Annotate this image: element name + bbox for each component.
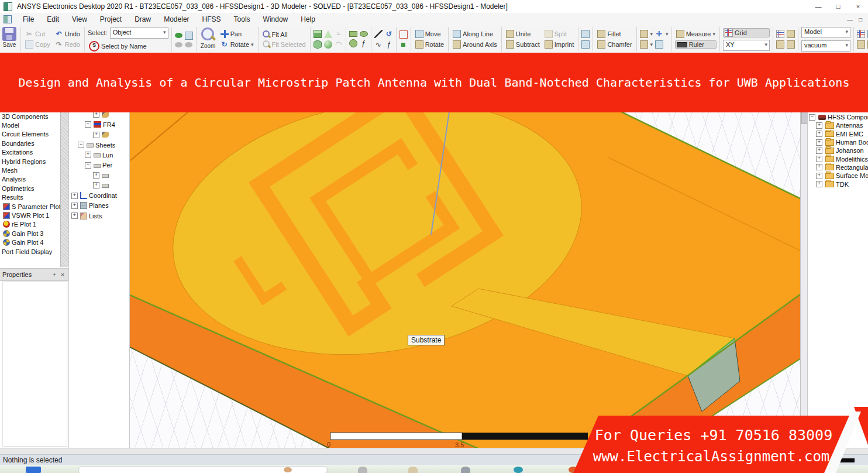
draw-ellipse-icon[interactable] bbox=[360, 31, 368, 37]
model-tree-item[interactable]: − FR4 bbox=[69, 119, 129, 129]
select-by-name-button[interactable]: S Select by Name bbox=[88, 41, 168, 52]
working-cs-icon[interactable] bbox=[787, 30, 795, 38]
expander-icon[interactable]: − bbox=[85, 121, 91, 128]
section-icon[interactable] bbox=[581, 30, 590, 38]
model-tree-item[interactable]: − Per bbox=[69, 160, 129, 170]
model-tree-item[interactable]: + Lists bbox=[69, 211, 129, 221]
project-tree-item[interactable]: Gain Plot 3 bbox=[0, 229, 68, 238]
expander-icon[interactable]: + bbox=[816, 173, 822, 179]
zoom-button[interactable]: Zoom bbox=[198, 26, 218, 53]
expander-icon[interactable]: + bbox=[816, 181, 822, 187]
cs-icon[interactable] bbox=[655, 40, 663, 49]
project-tree-item[interactable]: 3D Components bbox=[0, 112, 68, 121]
menu-item[interactable]: Project bbox=[94, 15, 128, 23]
grid-plane-dropdown[interactable]: XY bbox=[723, 40, 770, 51]
taskbar-app-icon[interactable] bbox=[461, 467, 470, 473]
move-button[interactable]: Move bbox=[414, 30, 445, 38]
project-tree-item[interactable]: Circuit Elements bbox=[0, 130, 68, 139]
component-folder-item[interactable]: + Surface Mou bbox=[808, 172, 868, 180]
point-icon[interactable] bbox=[401, 43, 405, 47]
copy-button[interactable]: Copy bbox=[24, 40, 51, 49]
region-box-icon[interactable] bbox=[399, 30, 408, 39]
model-tree-item[interactable]: + bbox=[69, 130, 129, 140]
draw-cylinder-icon[interactable] bbox=[314, 40, 322, 49]
model-tree-item[interactable]: − Sheets bbox=[69, 140, 129, 150]
project-tree-item[interactable]: Gain Plot 4 bbox=[0, 238, 68, 246]
component-folder-item[interactable]: + TDK bbox=[808, 180, 868, 188]
toolbar-extra-icon-3[interactable] bbox=[857, 40, 865, 49]
draw-arc-icon[interactable]: ↺ bbox=[385, 30, 393, 38]
project-tree-item[interactable]: Mesh bbox=[0, 166, 68, 174]
snap-mode-icon[interactable] bbox=[787, 40, 795, 49]
mdi-restore-button[interactable]: □ bbox=[859, 16, 862, 23]
close-icon[interactable]: × bbox=[59, 271, 66, 278]
object-mode-icon[interactable] bbox=[640, 30, 648, 38]
grid-style-icon[interactable] bbox=[776, 30, 784, 38]
expander-icon[interactable]: + bbox=[71, 212, 78, 219]
project-tree-item[interactable]: VSWR Plot 1 bbox=[0, 211, 68, 220]
expander-icon[interactable]: + bbox=[71, 193, 78, 199]
component-folder-item[interactable]: + Antennas bbox=[808, 121, 868, 129]
select-mode-dropdown[interactable]: Object bbox=[110, 28, 168, 39]
view-visibility-icon[interactable] bbox=[185, 32, 193, 40]
rotate-view-button[interactable]: ↻ Rotate ▾ bbox=[219, 40, 255, 49]
menu-item[interactable]: Modeler bbox=[157, 15, 195, 23]
taskbar-app-icon[interactable] bbox=[358, 467, 367, 473]
expander-icon[interactable]: + bbox=[93, 182, 99, 188]
expander-icon[interactable]: + bbox=[93, 172, 99, 179]
draw-circle-icon[interactable] bbox=[349, 39, 357, 47]
grid-toggle-button[interactable]: Grid bbox=[723, 28, 770, 37]
model-dropdown[interactable]: Model bbox=[801, 27, 850, 38]
hide-selection-icon[interactable] bbox=[185, 42, 192, 47]
pan-button[interactable]: Pan bbox=[219, 30, 255, 38]
expander-icon[interactable]: + bbox=[816, 131, 822, 137]
expander-icon[interactable]: + bbox=[85, 152, 91, 158]
save-button[interactable]: Save bbox=[0, 26, 19, 53]
draw-sphere-icon[interactable] bbox=[324, 40, 332, 49]
fit-all-button[interactable]: Fit All bbox=[261, 30, 307, 38]
maximize-button[interactable]: □ bbox=[828, 0, 848, 13]
model-tree-item[interactable]: + Planes bbox=[69, 201, 129, 211]
chamfer-button[interactable]: Chamfer bbox=[596, 40, 633, 49]
component-folder-item[interactable]: + Human Bod bbox=[808, 138, 868, 146]
measure-button[interactable]: Measure ▾ bbox=[675, 30, 717, 38]
duplicate-around-axis-button[interactable]: Around Axis bbox=[452, 40, 498, 49]
model-tree-item[interactable]: + Coordinat bbox=[69, 190, 129, 200]
project-tree-item[interactable]: Excitations bbox=[0, 148, 68, 157]
component-folder-item[interactable]: + Modelithics bbox=[808, 155, 868, 163]
draw-cone-icon[interactable] bbox=[324, 30, 332, 38]
project-tree-item[interactable]: Results bbox=[0, 193, 68, 202]
start-button[interactable] bbox=[26, 467, 41, 473]
component-folder-item[interactable]: + Johanson bbox=[808, 146, 868, 155]
sweep-icon[interactable] bbox=[581, 40, 590, 49]
project-tree-item[interactable]: Model bbox=[0, 121, 68, 129]
project-tree-item[interactable]: rE Plot 1 bbox=[0, 220, 68, 229]
draw-helix-icon[interactable]: ≈ bbox=[335, 30, 343, 38]
close-button[interactable]: × bbox=[848, 0, 868, 13]
ruler-button[interactable]: Ruler bbox=[675, 40, 717, 49]
expander-icon[interactable]: + bbox=[93, 132, 99, 138]
menu-item[interactable]: Window bbox=[257, 15, 295, 23]
show-visibility-icon[interactable] bbox=[175, 33, 182, 38]
pin-icon[interactable]: + bbox=[51, 271, 58, 278]
subtract-button[interactable]: Subtract bbox=[505, 40, 541, 49]
project-tree-item[interactable]: Optimetrics bbox=[0, 184, 68, 193]
component-folder-item[interactable]: + EMI EMC bbox=[808, 130, 868, 138]
fillet-button[interactable]: Fillet bbox=[596, 30, 633, 38]
face-mode-icon[interactable] bbox=[640, 40, 648, 49]
unite-button[interactable]: Unite bbox=[505, 30, 541, 38]
rotate-object-button[interactable]: Rotate bbox=[414, 40, 445, 49]
axes-icon[interactable]: ✛ bbox=[655, 30, 663, 38]
menu-item[interactable]: View bbox=[66, 15, 94, 23]
undo-button[interactable]: ↶ Undo bbox=[54, 30, 81, 38]
cut-button[interactable]: ✂ Cut bbox=[24, 30, 51, 38]
menu-item[interactable]: Tools bbox=[228, 15, 257, 23]
expander-icon[interactable]: − bbox=[85, 162, 91, 169]
draw-torus-icon[interactable]: ◠ bbox=[335, 40, 343, 49]
menu-item[interactable]: Edit bbox=[40, 15, 66, 23]
draw-equation-surface-icon[interactable]: ƒ bbox=[360, 39, 368, 47]
hide-visibility-icon[interactable] bbox=[175, 42, 182, 47]
snap-icon[interactable] bbox=[776, 40, 784, 49]
minimize-button[interactable]: — bbox=[808, 0, 828, 13]
draw-equation-curve-icon[interactable]: ƒ bbox=[385, 40, 393, 49]
